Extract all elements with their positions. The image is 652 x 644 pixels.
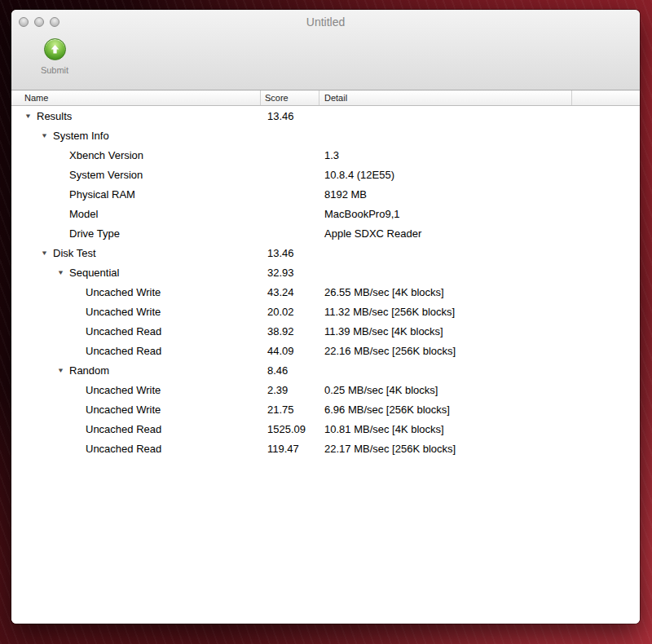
submit-arrow-icon [44, 38, 66, 60]
table-row[interactable]: ▼ Drive Type Apple SDXC Reader [11, 223, 640, 243]
column-header-detail[interactable]: Detail [319, 90, 572, 105]
row-name-cell: ▼ System Version [11, 169, 261, 181]
row-name-cell: ▼ Uncached Read [11, 423, 261, 435]
table-row[interactable]: ▼ Physical RAM 8192 MB [11, 184, 640, 204]
table-row[interactable]: ▼ Sequential 32.93 [11, 262, 640, 282]
table-header: Name Score Detail [11, 90, 640, 106]
table-row[interactable]: ▼ Uncached Write 20.02 11.32 MB/sec [256… [11, 302, 640, 321]
table-row[interactable]: ▼ Disk Test 13.46 [11, 243, 640, 262]
row-name-cell: ▼ Model [11, 208, 261, 220]
row-name: Results [37, 110, 72, 122]
row-detail: 22.16 MB/sec [256K blocks] [319, 345, 640, 357]
row-name: Physical RAM [69, 188, 135, 201]
xbench-window: Untitled Submit Name Score Detail ▼ Resu… [11, 10, 640, 624]
row-name-cell: ▼ Xbench Version [11, 149, 261, 161]
row-name: Disk Test [53, 247, 96, 259]
table-row[interactable]: ▼ Uncached Read 38.92 11.39 MB/sec [4K b… [11, 321, 640, 341]
submit-button-label: Submit [41, 65, 68, 75]
row-name: Drive Type [69, 227, 120, 240]
row-score: 21.75 [261, 404, 319, 416]
window-chrome: Untitled Submit [11, 10, 640, 90]
row-score: 43.24 [261, 286, 319, 298]
row-name-cell: ▼ Sequential [11, 267, 261, 279]
table-row[interactable]: ▼ Uncached Write 21.75 6.96 MB/sec [256K… [11, 399, 640, 419]
table-row[interactable]: ▼ System Version 10.8.4 (12E55) [11, 165, 640, 184]
disclosure-triangle-icon[interactable]: ▼ [41, 249, 53, 256]
row-name: Uncached Read [86, 345, 161, 357]
window-title: Untitled [11, 10, 640, 34]
row-name: System Version [69, 169, 143, 181]
disclosure-triangle-icon[interactable]: ▼ [41, 132, 53, 139]
row-name: Uncached Read [86, 443, 161, 455]
row-score: 13.46 [261, 247, 319, 259]
table-row[interactable]: ▼ Uncached Write 43.24 26.55 MB/sec [4K … [11, 282, 640, 302]
row-detail: 26.55 MB/sec [4K blocks] [319, 286, 640, 298]
toolbar: Submit [11, 34, 640, 90]
row-name: Model [69, 208, 98, 220]
row-name: Uncached Read [86, 423, 161, 435]
table-row[interactable]: ▼ Xbench Version 1.3 [11, 145, 640, 165]
row-name-cell: ▼ System Info [11, 130, 261, 142]
row-name: Uncached Write [86, 306, 161, 318]
row-name-cell: ▼ Uncached Write [11, 384, 261, 396]
column-header-score[interactable]: Score [261, 90, 319, 105]
row-score: 44.09 [261, 345, 319, 357]
row-name-cell: ▼ Uncached Read [11, 345, 261, 357]
titlebar[interactable]: Untitled [11, 10, 640, 34]
row-name: Random [69, 364, 109, 377]
row-name-cell: ▼ Uncached Write [11, 404, 261, 416]
row-detail: 0.25 MB/sec [4K blocks] [319, 384, 640, 396]
row-name: Sequential [69, 267, 119, 279]
row-name: Uncached Write [86, 404, 161, 416]
row-name: Uncached Write [86, 384, 161, 396]
row-name: Uncached Write [86, 286, 161, 298]
row-detail: 11.32 MB/sec [256K blocks] [319, 306, 640, 318]
row-score: 38.92 [261, 325, 319, 337]
desktop-wallpaper: { "window": { "title": "Untitled" }, "to… [0, 0, 652, 644]
row-detail: 10.81 MB/sec [4K blocks] [319, 423, 640, 435]
row-score: 32.93 [261, 267, 319, 279]
row-detail: 10.8.4 (12E55) [319, 169, 640, 181]
row-score: 20.02 [261, 306, 319, 318]
row-name-cell: ▼ Uncached Read [11, 443, 261, 455]
table-row[interactable]: ▼ Uncached Read 1525.09 10.81 MB/sec [4K… [11, 419, 640, 439]
table-row[interactable]: ▼ Results 13.46 [11, 106, 640, 126]
row-detail: 6.96 MB/sec [256K blocks] [319, 404, 640, 416]
row-score: 1525.09 [261, 423, 319, 435]
table-row[interactable]: ▼ Uncached Read 44.09 22.16 MB/sec [256K… [11, 341, 640, 360]
row-detail: 8192 MB [319, 188, 640, 201]
table-row[interactable]: ▼ Model MacBookPro9,1 [11, 204, 640, 223]
row-name-cell: ▼ Random [11, 364, 261, 377]
column-header-name[interactable]: Name [11, 90, 261, 105]
row-name-cell: ▼ Uncached Write [11, 286, 261, 298]
results-table-body: ▼ Results 13.46 ▼ System Info ▼ Xbench V… [11, 106, 640, 624]
row-name-cell: ▼ Disk Test [11, 247, 261, 259]
row-name-cell: ▼ Results [11, 110, 261, 122]
row-name: Xbench Version [69, 149, 143, 161]
table-row[interactable]: ▼ System Info [11, 126, 640, 145]
row-name-cell: ▼ Physical RAM [11, 188, 261, 201]
row-name-cell: ▼ Uncached Write [11, 306, 261, 318]
disclosure-triangle-icon[interactable]: ▼ [57, 367, 69, 373]
disclosure-triangle-icon[interactable]: ▼ [24, 112, 37, 119]
row-detail: Apple SDXC Reader [319, 227, 640, 240]
row-detail: MacBookPro9,1 [319, 208, 640, 220]
row-detail: 1.3 [319, 149, 640, 161]
disclosure-triangle-icon[interactable]: ▼ [57, 269, 69, 276]
row-score: 13.46 [261, 110, 319, 122]
row-name: Uncached Read [86, 325, 161, 337]
submit-button[interactable]: Submit [31, 38, 78, 75]
row-name: System Info [53, 130, 109, 142]
table-row[interactable]: ▼ Random 8.46 [11, 360, 640, 380]
table-row[interactable]: ▼ Uncached Write 2.39 0.25 MB/sec [4K bl… [11, 380, 640, 399]
row-score: 2.39 [261, 384, 319, 396]
column-header-spacer [572, 90, 640, 105]
row-name-cell: ▼ Uncached Read [11, 325, 261, 337]
row-name-cell: ▼ Drive Type [11, 227, 261, 240]
row-detail: 22.17 MB/sec [256K blocks] [319, 443, 640, 455]
table-row[interactable]: ▼ Uncached Read 119.47 22.17 MB/sec [256… [11, 439, 640, 458]
row-score: 119.47 [261, 443, 319, 455]
row-detail: 11.39 MB/sec [4K blocks] [319, 325, 640, 337]
row-score: 8.46 [261, 364, 319, 377]
